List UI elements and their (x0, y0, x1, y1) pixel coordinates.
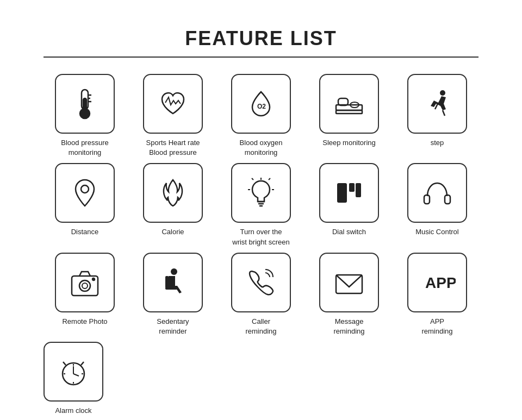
dial-switch-icon-box (319, 163, 379, 223)
title-divider (44, 57, 478, 58)
sleep-icon-box (319, 74, 379, 134)
features-grid: Blood pressuremonitoring Sports Heart ra… (44, 74, 478, 336)
feature-alarm: Alarm clock (44, 342, 103, 416)
svg-rect-23 (337, 183, 347, 203)
running-icon (419, 85, 456, 122)
svg-line-39 (81, 362, 84, 365)
step-label: step (431, 138, 444, 148)
wrist-screen-label: Turn over thewrist bright screen (232, 227, 289, 247)
svg-line-19 (252, 178, 253, 180)
svg-rect-34 (165, 287, 177, 290)
distance-label: Distance (71, 227, 99, 237)
blood-oxygen-icon-box: O2 (231, 74, 291, 134)
remote-photo-icon-box (55, 253, 115, 312)
dial-switch-label: Dial switch (332, 227, 366, 237)
svg-line-41 (73, 374, 79, 376)
feature-heart-rate: Sports Heart rateBlood pressure (132, 74, 214, 158)
svg-point-11 (440, 90, 445, 96)
feature-calorie: Calorie (132, 163, 214, 247)
remote-photo-label: Remote Photo (62, 317, 107, 327)
feature-step: step (396, 74, 478, 158)
calorie-label: Calorie (161, 227, 184, 237)
svg-text:O2: O2 (257, 103, 266, 110)
feature-app: APP APPreminding (396, 253, 478, 336)
blood-oxygen-icon: O2 (243, 85, 279, 122)
feature-sleep: Sleep monitoring (308, 74, 390, 158)
feature-music-control: Music Control (396, 163, 478, 247)
svg-rect-8 (336, 110, 362, 114)
svg-text:APP: APP (425, 274, 456, 291)
flame-icon (154, 174, 191, 211)
heart-rate-icon (154, 85, 191, 122)
svg-point-1 (80, 109, 90, 118)
headphones-icon (419, 174, 456, 211)
feature-remote-photo: Remote Photo (44, 253, 126, 336)
svg-rect-27 (445, 195, 450, 204)
svg-rect-33 (165, 276, 169, 288)
app-icon: APP (419, 264, 456, 301)
blood-oxygen-label: Blood oxygenmonitoring (240, 138, 283, 158)
message-icon-box (319, 253, 379, 312)
feature-wrist-screen: Turn over thewrist bright screen (220, 163, 302, 247)
svg-point-30 (82, 283, 88, 289)
bulb-icon (243, 174, 279, 211)
feature-message: Messagereminding (308, 253, 390, 336)
blood-pressure-icon-box (55, 74, 115, 134)
caller-label: Callerreminding (245, 317, 276, 336)
dial-icon (331, 174, 368, 211)
sitting-icon (154, 264, 191, 301)
svg-line-20 (269, 178, 270, 180)
bottom-row: Alarm clock (44, 342, 478, 416)
calorie-icon-box (143, 163, 203, 223)
app-label: APPreminding (421, 317, 452, 336)
alarm-icon (55, 353, 92, 390)
svg-point-31 (92, 278, 95, 280)
svg-rect-24 (349, 183, 355, 192)
location-icon (66, 174, 103, 211)
music-control-icon-box (407, 163, 467, 223)
distance-icon-box (55, 163, 115, 223)
feature-dial-switch: Dial switch (308, 163, 390, 247)
heart-rate-label: Sports Heart rateBlood pressure (146, 138, 200, 158)
feature-sedentary: Sedentaryreminder (132, 253, 214, 336)
alarm-label: Alarm clock (55, 406, 91, 416)
page-container: FEATURE LIST Blood pressuremonitoring (11, 11, 511, 420)
svg-rect-2 (83, 98, 86, 109)
music-control-label: Music Control (415, 227, 458, 237)
feature-blood-pressure: Blood pressuremonitoring (44, 74, 126, 158)
svg-point-29 (79, 280, 90, 291)
phone-icon (243, 264, 279, 301)
svg-point-14 (81, 185, 89, 193)
wrist-screen-icon-box (231, 163, 291, 223)
app-icon-box: APP (407, 253, 467, 312)
sedentary-icon-box (143, 253, 203, 312)
sleep-label: Sleep monitoring (322, 138, 376, 148)
sleep-icon (331, 85, 368, 122)
svg-rect-26 (424, 195, 430, 204)
feature-distance: Distance (44, 163, 126, 247)
caller-icon-box (231, 253, 291, 312)
svg-point-32 (171, 268, 177, 275)
sedentary-label: Sedentaryreminder (157, 317, 189, 336)
thermometer-icon (66, 85, 103, 122)
heart-rate-icon-box (143, 74, 203, 134)
blood-pressure-label: Blood pressuremonitoring (61, 138, 108, 158)
svg-line-38 (63, 362, 66, 365)
svg-rect-25 (356, 183, 361, 197)
feature-caller: Callerreminding (220, 253, 302, 336)
alarm-icon-box (44, 342, 103, 402)
message-label: Messagereminding (333, 317, 364, 336)
feature-blood-oxygen: O2 Blood oxygenmonitoring (220, 74, 302, 158)
svg-line-13 (443, 110, 445, 116)
camera-icon (66, 264, 103, 301)
page-title: FEATURE LIST (44, 27, 478, 50)
envelope-icon (331, 264, 368, 301)
step-icon-box (407, 74, 467, 134)
